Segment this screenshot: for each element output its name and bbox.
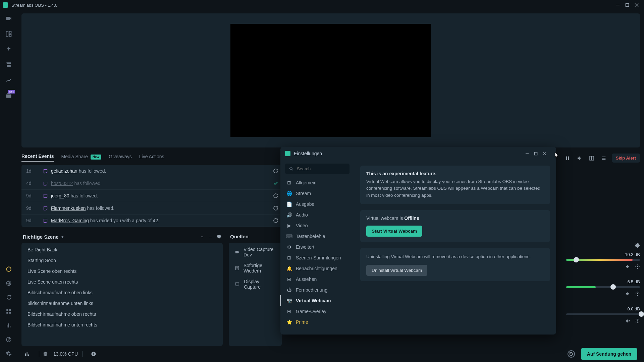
go-live-button[interactable]: Auf Sendung gehen: [581, 348, 637, 360]
scene-item[interactable]: Live Scene oben rechts: [21, 266, 223, 277]
grid-icon[interactable]: [5, 308, 12, 315]
remove-scene-button[interactable]: ─: [209, 234, 212, 239]
source-item[interactable]: Display Capture: [229, 276, 282, 292]
pause-icon[interactable]: [564, 154, 572, 162]
refresh-icon[interactable]: [273, 193, 278, 198]
event-user[interactable]: Flammenkueken: [51, 205, 86, 211]
channel-settings-icon[interactable]: [635, 318, 640, 323]
source-item[interactable]: Video Capture Dev: [229, 244, 282, 260]
scene-item[interactable]: Bildschirmaufnahme oben links: [21, 287, 223, 298]
source-item[interactable]: Sofortige Wiederh: [229, 260, 282, 276]
start-webcam-button[interactable]: Start Virtual Webcam: [366, 226, 422, 237]
search-input[interactable]: [297, 166, 345, 171]
mixer-settings-icon[interactable]: [635, 243, 640, 248]
mixer-channel: 0.0 dB: [566, 306, 640, 323]
mute-icon[interactable]: [625, 318, 630, 323]
nav-item-szenensammlungen[interactable]: ⊞Szenen-Sammlungen: [280, 252, 354, 263]
nav-item-gameoverlay[interactable]: ⊞Game-Overlay: [280, 306, 354, 317]
slider-knob[interactable]: [639, 311, 644, 317]
volume-slider[interactable]: [566, 286, 640, 288]
modal-close-button[interactable]: [543, 152, 551, 156]
earth-icon[interactable]: [5, 280, 12, 287]
nav-item-aussehen[interactable]: ⊞Aussehen: [280, 274, 354, 285]
volume-icon[interactable]: [576, 154, 584, 162]
layout-toggle-icon[interactable]: [588, 154, 596, 162]
nav-item-video[interactable]: ▶Video: [280, 220, 354, 231]
chat-icon[interactable]: [5, 294, 12, 301]
settings-icon[interactable]: [5, 350, 12, 357]
tab-media-share[interactable]: Media Share New: [61, 154, 101, 161]
event-row[interactable]: 9d joerg_80 has followed.: [21, 190, 283, 202]
nav-item-virtualwebcam[interactable]: 📷Virtual Webcam: [280, 295, 354, 306]
event-user[interactable]: joerg_80: [51, 193, 69, 198]
nav-item-fernbedienung[interactable]: ⏻Fernbedienung: [280, 285, 354, 295]
nav-icon: ⏻: [286, 287, 292, 293]
nav-item-benachrichtigungen[interactable]: 🔔Benachrichtigungen: [280, 263, 354, 274]
modal-maximize-button[interactable]: [534, 152, 543, 156]
nav-item-allgemein[interactable]: ⊞Allgemein: [280, 177, 354, 188]
scene-settings-button[interactable]: [217, 234, 221, 239]
uninstall-webcam-button[interactable]: Uninstall Virtual Webcam: [366, 265, 427, 276]
scene-item[interactable]: Live Scene unten rechts: [21, 277, 223, 287]
nav-item-stream[interactable]: 🌐Stream: [280, 188, 354, 199]
preview-area[interactable]: [21, 13, 640, 147]
scene-item[interactable]: Starting Soon: [21, 255, 223, 266]
replay-icon[interactable]: [568, 350, 575, 358]
event-row[interactable]: 4d host00312 has followed.: [21, 177, 283, 190]
channel-settings-icon[interactable]: [635, 264, 640, 269]
apps-icon[interactable]: Neu: [5, 92, 12, 99]
info-icon[interactable]: i: [91, 351, 96, 357]
slider-knob[interactable]: [610, 284, 616, 290]
maximize-button[interactable]: [623, 1, 632, 9]
prime-icon[interactable]: [5, 265, 12, 273]
mute-icon[interactable]: [625, 291, 630, 296]
dashboard-icon[interactable]: [5, 76, 12, 84]
bars-icon[interactable]: [5, 322, 12, 329]
check-icon[interactable]: [273, 181, 278, 186]
modal-minimize-button[interactable]: [525, 152, 534, 156]
refresh-icon[interactable]: [273, 205, 278, 211]
window-title: Streamlabs OBS - 1.4.0: [11, 3, 57, 8]
mute-icon[interactable]: [625, 264, 630, 269]
channel-settings-icon[interactable]: [635, 291, 640, 296]
event-row[interactable]: 9d MadBros_Gaming has raided you with a …: [21, 215, 283, 227]
help-icon[interactable]: [5, 336, 12, 343]
event-user[interactable]: host00312: [51, 181, 73, 186]
nav-item-ausgabe[interactable]: 📄Ausgabe: [280, 199, 354, 209]
scene-item[interactable]: Bildschirmaufnahme unten rechts: [21, 319, 223, 330]
nav-item-tastenbefehle[interactable]: ⌨Tastenbefehle: [280, 231, 354, 242]
svg-rect-14: [9, 312, 11, 314]
scene-item[interactable]: bildschirmaufnahme unten links: [21, 298, 223, 309]
scene-item[interactable]: Be Right Back: [21, 244, 223, 255]
tab-live-actions[interactable]: Live Actions: [139, 154, 164, 161]
add-scene-button[interactable]: ＋: [200, 234, 204, 240]
skip-alert-button[interactable]: Skip Alert: [612, 154, 640, 163]
nav-icon: ⌨: [286, 234, 292, 239]
event-user[interactable]: geliadizohan: [51, 168, 77, 174]
nav-item-audio[interactable]: 🔊Audio: [280, 209, 354, 220]
event-row[interactable]: 9d Flammenkueken has followed.: [21, 202, 283, 215]
minimize-button[interactable]: [613, 1, 623, 9]
tab-giveaways[interactable]: Giveaways: [109, 154, 131, 161]
stats-icon[interactable]: [24, 351, 30, 357]
event-time: 4d: [26, 181, 43, 186]
scene-item[interactable]: Bildschirmaufnahme oben rechts: [21, 309, 223, 319]
slider-knob[interactable]: [574, 257, 579, 262]
event-user[interactable]: MadBros_Gaming: [51, 218, 89, 223]
refresh-icon[interactable]: [273, 168, 278, 174]
volume-slider[interactable]: [566, 313, 640, 315]
store-icon[interactable]: [5, 61, 12, 68]
nav-item-prime[interactable]: ⭐Prime: [280, 317, 354, 327]
volume-slider[interactable]: [566, 259, 640, 261]
refresh-icon[interactable]: [273, 218, 278, 223]
event-row[interactable]: 1d geliadizohan has followed.: [21, 165, 283, 177]
tab-recent-events[interactable]: Recent Events: [21, 154, 54, 162]
close-button[interactable]: [632, 1, 641, 9]
settings-search[interactable]: [285, 164, 350, 174]
nav-item-erweitert[interactable]: ⚙Erweitert: [280, 242, 354, 252]
list-icon[interactable]: [600, 154, 608, 162]
editor-icon[interactable]: [5, 15, 12, 22]
theme-icon[interactable]: [5, 46, 12, 53]
chevron-down-icon[interactable]: ▾: [61, 234, 64, 239]
layout-icon[interactable]: [5, 30, 12, 38]
